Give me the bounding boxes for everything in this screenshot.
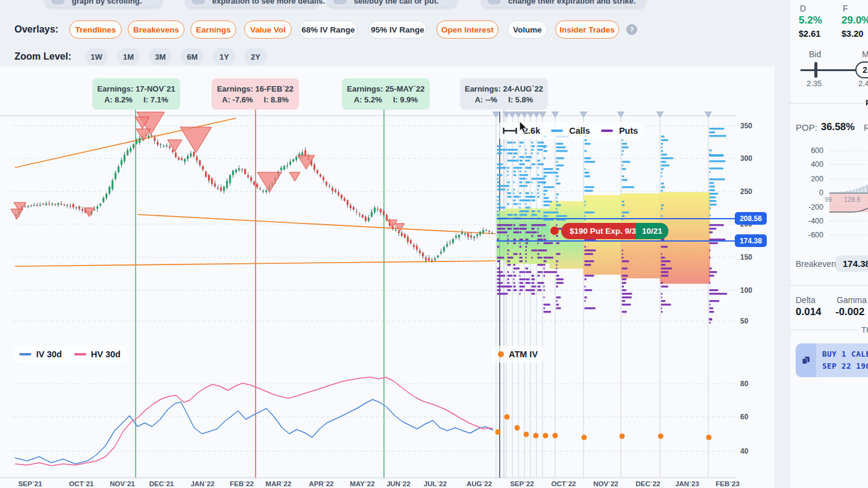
- greek-col-f-price: $3.20: [841, 29, 863, 39]
- pl-section-label: P: [866, 98, 868, 107]
- x-axis-label: APR`22: [302, 480, 341, 487]
- x-axis-label: OCT`21: [62, 480, 101, 487]
- trade-line-2: SEP 22 190: [822, 361, 868, 371]
- mouse-cursor-icon: [519, 120, 531, 134]
- iv-dash-icon: [19, 353, 31, 355]
- pl-y-tick: 400: [796, 160, 823, 169]
- hv-legend-label: HV 30d: [91, 349, 121, 359]
- y-axis-tick: 80: [740, 380, 748, 388]
- x-axis-label: NOV`21: [103, 480, 142, 487]
- price-iv-chart-canvas[interactable]: [0, 0, 775, 488]
- pl-y-tick: 200: [796, 175, 823, 183]
- trade-summary-box[interactable]: BUY 1 CALEN SEP 22 190: [796, 343, 868, 377]
- price-line-pill-upper[interactable]: 208.56: [735, 212, 767, 225]
- greek-col-d-pct: 5.2%: [799, 14, 822, 27]
- pop-value: 36.58%: [821, 121, 855, 133]
- price-line-pill-lower[interactable]: 174.38: [735, 234, 767, 247]
- y-axis-tick: 350: [740, 122, 752, 130]
- x-axis-label: JAN`22: [183, 480, 222, 487]
- pop-label: POP:: [796, 122, 817, 133]
- trading-app-screen: { "colors":{"accent_orange":"#e8600e","c…: [0, 0, 868, 488]
- iv-hv-legend: IV 30d HV 30d: [13, 346, 127, 363]
- trade-line-1: BUY 1 CALEN: [822, 349, 868, 358]
- y-axis-tick: 150: [740, 253, 752, 261]
- gamma-label: Gamma: [837, 295, 867, 305]
- calls-dash-icon: [551, 130, 563, 132]
- copy-icon[interactable]: [796, 343, 816, 377]
- x-axis-label: AUG`22: [460, 480, 498, 487]
- mid-label: M: [862, 49, 868, 59]
- delta-value: 0.014: [796, 306, 822, 318]
- sidebar-divider-1: [788, 103, 863, 104]
- x-axis-label: OCT`22: [544, 480, 583, 487]
- atm-iv-label: ATM IV: [509, 349, 538, 359]
- trade-section-label: TH: [861, 325, 868, 334]
- tooltip-date-label[interactable]: 10/21: [636, 223, 668, 239]
- greek-col-d-label: D: [800, 4, 806, 13]
- sidebar-divider-2: [788, 285, 868, 286]
- pl-xtick-left: 99: [825, 196, 832, 203]
- y-axis-tick: 250: [740, 187, 752, 196]
- mid-value: 2.4: [858, 79, 868, 88]
- bid-label: Bid: [809, 49, 821, 59]
- pl-xtick-right: 128.5: [844, 196, 861, 203]
- x-axis-label: FEB`23: [708, 480, 747, 487]
- pl-y-tick: 600: [796, 146, 823, 155]
- x-axis-label: DEC`22: [629, 480, 667, 487]
- puts-dash-icon: [601, 130, 613, 132]
- y-axis-tick: 300: [740, 154, 752, 163]
- x-axis-label: SEP`22: [503, 480, 541, 487]
- pl-y-tick: -200: [796, 203, 823, 211]
- x-axis-label: DEC`21: [142, 480, 181, 487]
- rwd-risk-label: Rw: [864, 122, 868, 133]
- y-axis-tick: 50: [740, 317, 748, 325]
- y-axis-tick: 40: [740, 447, 748, 455]
- greek-col-d-price: $2.61: [799, 29, 820, 39]
- greek-col-f-pct: 29.0%: [841, 14, 868, 27]
- pl-y-tick: -600: [796, 231, 823, 239]
- x-axis-label: MAR`22: [259, 480, 298, 487]
- iv-legend-label: IV 30d: [36, 349, 62, 359]
- atm-iv-legend: ATM IV: [492, 346, 544, 363]
- price-slider-handle[interactable]: [814, 62, 817, 78]
- atm-iv-dot-icon: [498, 351, 504, 357]
- x-axis-label: FEB`22: [222, 480, 261, 487]
- y-axis-tick: 100: [740, 286, 752, 295]
- pl-y-tick: -400: [796, 217, 823, 225]
- bid-value: 2.35: [807, 79, 822, 88]
- tooltip-dot: [550, 227, 559, 235]
- breakeven-value-pill: 174.38: [835, 255, 868, 272]
- calls-label: Calls: [569, 126, 590, 136]
- gamma-value: -0.002: [835, 306, 864, 318]
- pl-mini-chart: [827, 145, 868, 241]
- sidebar-divider-3: [788, 330, 858, 330]
- delta-label: Delta: [796, 295, 816, 305]
- hv-dash-icon: [74, 353, 86, 355]
- x-axis-label: JUL`22: [416, 480, 454, 487]
- greek-col-f-label: F: [843, 4, 848, 13]
- x-axis-label: JUN`22: [379, 480, 418, 487]
- x-axis-label: NOV`22: [587, 480, 625, 487]
- x-axis-label: MAY`22: [343, 480, 382, 487]
- mid-price-pill[interactable]: 2.4: [855, 61, 868, 78]
- x-axis-label: JAN`23: [668, 480, 706, 487]
- x-axis-label: SEP`21: [11, 480, 49, 487]
- y-axis-tick: 60: [740, 413, 748, 421]
- pl-y-tick: 0: [796, 189, 823, 197]
- breakeven-label: Breakeven:: [796, 259, 838, 269]
- puts-label: Puts: [619, 126, 638, 136]
- scale-icon: [503, 127, 517, 134]
